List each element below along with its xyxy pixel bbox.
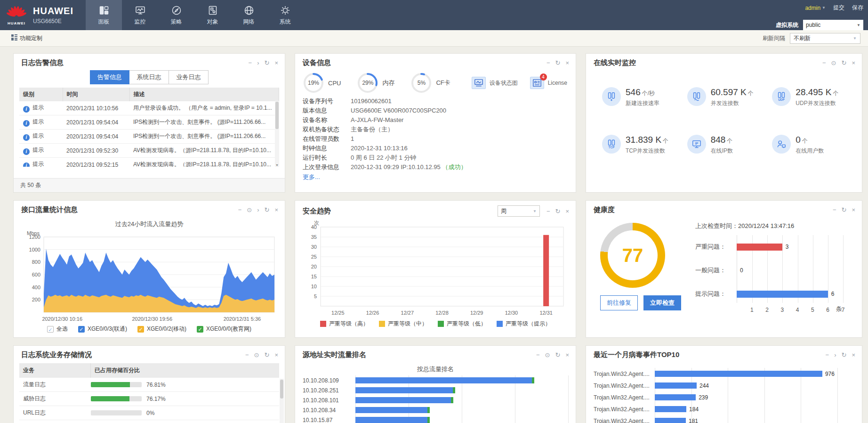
close-icon[interactable]: ×	[274, 352, 278, 358]
period-select[interactable]: 周▼	[498, 205, 540, 217]
expand-icon[interactable]: ›	[257, 207, 259, 213]
legend-item[interactable]: ✓全选	[47, 325, 68, 333]
legend-item[interactable]: 严重等级（中）	[379, 320, 427, 328]
legend-item[interactable]: ✓XGE0/0/3(联通)	[78, 325, 127, 333]
table-row: URL日志0%	[19, 406, 279, 420]
scrollbar-down-icon[interactable]: ▼	[275, 163, 279, 167]
nav-item-monitor[interactable]: 监控	[122, 0, 158, 30]
minimize-icon[interactable]: −	[249, 60, 252, 66]
close-icon[interactable]: ×	[565, 208, 569, 214]
nav-item-policy[interactable]: 策略	[158, 0, 194, 30]
refresh-icon[interactable]: ↻	[842, 352, 847, 358]
close-icon[interactable]: ×	[565, 60, 569, 66]
save-button[interactable]: 保存	[852, 4, 863, 12]
checkbox-icon[interactable]: ✓	[137, 326, 144, 333]
minimize-icon[interactable]: −	[245, 352, 249, 358]
svg-text:600: 600	[32, 272, 40, 277]
refresh-icon[interactable]: ↻	[265, 207, 270, 213]
table-row[interactable]: i提示2020/12/31 10:10:56用户登录设备成功。 （用户名 = a…	[19, 101, 279, 115]
refresh-icon[interactable]: ↻	[555, 352, 561, 358]
nav-item-system[interactable]: 系统	[267, 0, 303, 30]
issue-value: 0	[740, 267, 743, 274]
udp-connection-icon: UDP	[772, 87, 791, 106]
scrollbar-thumb[interactable]	[280, 380, 283, 399]
settings-icon[interactable]: ⊙	[247, 207, 252, 213]
scrollbar[interactable]: ▼	[275, 101, 279, 167]
legend-swatch	[438, 321, 444, 327]
minimize-icon[interactable]: −	[833, 207, 836, 213]
check-now-button[interactable]: 立即检查	[643, 295, 681, 310]
refresh-icon[interactable]: ↻	[842, 60, 847, 66]
refresh-icon[interactable]: ↻	[265, 60, 270, 66]
minimize-icon[interactable]: −	[822, 60, 826, 66]
close-icon[interactable]: ×	[565, 352, 569, 358]
checkbox-icon[interactable]: ✓	[78, 326, 85, 333]
stat-item: IP848个在线IP数	[687, 135, 772, 155]
customize-label: 功能定制	[20, 34, 42, 42]
shortcut-设备状态图[interactable]: 设备状态图	[472, 77, 518, 89]
settings-icon[interactable]: ⊙	[831, 60, 836, 66]
close-icon[interactable]: ×	[274, 207, 278, 213]
tab-alarm-info[interactable]: 告警信息	[90, 70, 129, 84]
refresh-icon[interactable]: ↻	[555, 208, 561, 214]
nav-item-network[interactable]: 网络	[231, 0, 267, 30]
table-row[interactable]: i提示2020/12/31 09:52:15AV检测发现病毒。（源IP=218.…	[19, 158, 279, 167]
table-row[interactable]: i提示2020/12/31 09:52:30AV检测发现病毒。（源IP=218.…	[19, 144, 279, 158]
legend-item[interactable]: 严重等级（高）	[320, 320, 369, 328]
minimize-icon[interactable]: −	[547, 60, 550, 66]
svg-text:2020/12/31 5:36: 2020/12/31 5:36	[224, 316, 261, 322]
expand-icon[interactable]: ›	[834, 352, 836, 358]
checkbox-icon[interactable]: ✓	[47, 326, 54, 333]
security-legend: 严重等级（高）严重等级（中）严重等级（低）严重等级（提示）	[295, 320, 576, 328]
submit-button[interactable]: 提交	[833, 4, 844, 12]
close-icon[interactable]: ×	[852, 207, 855, 213]
virus-name: Trojan.Win32.Agent....	[594, 394, 655, 401]
legend-item[interactable]: ✓XGE0/0/0(教育网)	[197, 325, 251, 333]
table-row[interactable]: i提示2020/12/31 09:54:04IPS检测到一个攻击、刻意事件。 (…	[19, 130, 279, 144]
close-icon[interactable]: ×	[852, 60, 855, 66]
issue-bar	[737, 244, 782, 251]
alarm-level: 提示	[32, 146, 44, 153]
customize-button[interactable]: 功能定制	[11, 34, 42, 42]
shortcut-License[interactable]: 4License	[530, 77, 567, 89]
scrollbar[interactable]	[280, 379, 284, 423]
close-icon[interactable]: ×	[852, 352, 855, 358]
chevron-down-icon: ▼	[822, 6, 826, 10]
vsys-select[interactable]: public▼	[803, 20, 863, 30]
tab-business-log[interactable]: 业务日志	[169, 70, 209, 84]
settings-icon[interactable]: ⊙	[254, 352, 259, 358]
refresh-icon[interactable]: ↻	[555, 60, 561, 66]
issue-label: 一般问题：	[695, 266, 737, 275]
gauge-label: CF卡	[436, 79, 450, 87]
stat-label: TCP并发连接数	[626, 147, 668, 155]
tab-system-log[interactable]: 系统日志	[129, 70, 169, 84]
legend-item[interactable]: 严重等级（提示）	[497, 320, 551, 328]
minimize-icon[interactable]: −	[238, 207, 242, 213]
field-label: 上次登录信息	[303, 163, 351, 172]
field-value: A-JXLA-FW-Master	[351, 115, 403, 125]
nav-item-dashboard[interactable]: 面板	[86, 0, 122, 30]
minimize-icon[interactable]: −	[547, 208, 550, 214]
legend-label: 严重等级（高）	[329, 320, 369, 328]
legend-item[interactable]: ✓XGE0/0/2(移动)	[137, 325, 186, 333]
user-menu[interactable]: admin▼	[805, 5, 826, 11]
legend-item[interactable]: 严重等级（低）	[438, 320, 486, 328]
scrollbar-thumb[interactable]	[275, 102, 279, 129]
refresh-icon[interactable]: ↻	[265, 352, 270, 358]
table-row[interactable]: i提示2020/12/31 09:54:04IPS检测到一个攻击、刻意事件。 (…	[19, 115, 279, 130]
ranking-row: 10.10.208.101	[303, 395, 568, 405]
health-donut: 77	[600, 223, 665, 288]
more-link[interactable]: 更多...	[295, 172, 576, 182]
minimize-icon[interactable]: −	[536, 352, 540, 358]
refresh-icon[interactable]: ↻	[842, 207, 847, 213]
minimize-icon[interactable]: −	[826, 352, 829, 358]
settings-icon[interactable]: ⊙	[545, 352, 550, 358]
checkbox-icon[interactable]: ✓	[197, 326, 203, 333]
close-icon[interactable]: ×	[274, 60, 278, 66]
expand-icon[interactable]: ›	[257, 60, 259, 66]
nav-item-object[interactable]: 对象	[194, 0, 231, 30]
repair-button[interactable]: 前往修复	[600, 295, 638, 310]
refresh-interval-select[interactable]: 不刷新▼	[790, 33, 860, 44]
svg-text:400: 400	[32, 285, 40, 290]
alarm-time: 2020/12/31 09:52:15	[63, 158, 129, 167]
